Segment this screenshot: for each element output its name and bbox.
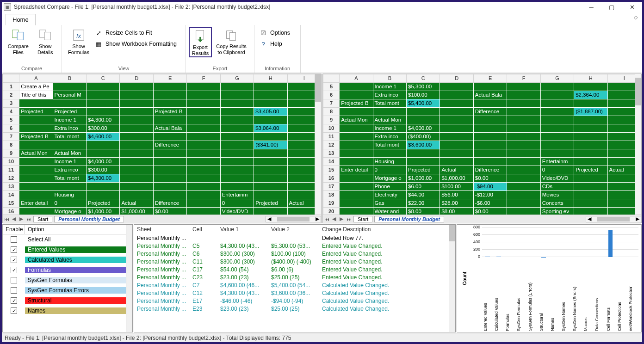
results-vscroll[interactable] [449,225,455,332]
cell[interactable]: $300.00 [87,124,120,132]
cell[interactable]: -$12.00 [473,190,507,199]
cell[interactable] [340,91,373,99]
sheet-nav-last[interactable]: ⏭ [25,216,32,222]
cell[interactable] [153,91,186,99]
cell[interactable]: $5,400.00 [407,99,440,107]
cell[interactable]: $0.00 [153,207,186,215]
cell[interactable] [120,132,153,141]
cell[interactable] [87,91,120,99]
cell[interactable]: $2,364.00 [574,91,607,99]
cell[interactable] [87,82,120,91]
cell[interactable] [187,199,220,207]
cell[interactable] [19,174,53,182]
cell[interactable] [254,149,287,157]
cell[interactable]: $1,000.00 [440,174,473,182]
option-row[interactable]: SysGen Formulas Errors [3,285,132,295]
cell[interactable] [540,99,574,107]
cell[interactable] [340,141,373,149]
cell[interactable] [187,107,220,116]
cell[interactable] [19,99,53,107]
cell[interactable] [19,190,53,199]
cell[interactable]: 0 [540,166,574,174]
show-details-button[interactable]: Show Details [32,27,59,55]
cell[interactable]: Difference [473,107,507,116]
cell[interactable] [574,116,607,124]
cell[interactable] [540,149,574,157]
cell[interactable] [120,141,153,149]
cell[interactable]: Actual Mon [340,116,373,124]
result-row[interactable]: Personal Monthly ...Deleted Row 77. [134,234,455,242]
cell[interactable]: $8.00 [407,207,440,215]
options-vscroll[interactable] [126,225,132,332]
cell[interactable] [473,116,507,124]
cell[interactable] [440,157,473,166]
cell[interactable] [507,107,540,116]
cell[interactable] [120,107,153,116]
cell[interactable]: Electricity [373,190,406,199]
option-row[interactable]: ✓Formulas [3,265,132,275]
cell[interactable] [340,132,373,141]
cell[interactable] [220,124,254,132]
cell[interactable] [254,166,287,174]
cell[interactable] [220,107,254,116]
cell[interactable]: Income 1 [53,157,86,166]
cell[interactable] [507,124,540,132]
cell[interactable]: Actual Mon [53,149,86,157]
cell[interactable] [187,149,220,157]
cell[interactable]: $6.00 [407,182,440,190]
cell[interactable] [574,82,607,91]
cell[interactable]: Total mont [373,141,406,149]
cell[interactable]: Total mont [53,174,86,182]
cell[interactable] [340,174,373,182]
cell[interactable]: $28.00 [440,199,473,207]
grid1-vscroll[interactable] [315,74,321,215]
cell[interactable] [220,157,254,166]
cell[interactable] [473,132,507,141]
cell[interactable]: Projected B [19,132,53,141]
result-row[interactable]: Personal Monthly ...E17-$46.00 (-46)-$94… [134,297,455,305]
cell[interactable]: $0.00 [473,174,507,182]
cell[interactable] [120,149,153,157]
cell[interactable] [153,116,186,124]
cell[interactable]: Projected [53,107,86,116]
cell[interactable] [440,107,473,116]
cell[interactable] [153,149,186,157]
cell[interactable] [574,99,607,107]
show-formatting-button[interactable]: ▦Show Workbook Formatting [93,39,179,49]
cell[interactable] [340,182,373,190]
cell[interactable]: Difference [153,199,186,207]
cell[interactable] [19,124,53,132]
cell[interactable] [340,157,373,166]
cell[interactable] [473,157,507,166]
cell[interactable]: Create a Pe [19,82,53,91]
cell[interactable]: Actual Mon [373,116,406,124]
cell[interactable] [540,124,574,132]
cell[interactable]: Video/DVD [220,207,254,215]
minimize-button[interactable]: ─ [581,2,601,12]
cell[interactable] [507,82,540,91]
cell[interactable] [574,149,607,157]
cell[interactable] [120,124,153,132]
cell[interactable]: Sporting ev [540,207,574,215]
cell[interactable] [574,157,607,166]
cell[interactable] [507,149,540,157]
cell[interactable] [120,99,153,107]
cell[interactable]: Personal M [53,91,86,99]
cell[interactable]: $5,300.00 [407,82,440,91]
cell[interactable]: Total mont [373,99,406,107]
cell[interactable] [473,99,507,107]
cell[interactable] [254,99,287,107]
cell[interactable] [540,82,574,91]
cell[interactable]: $100.00 [440,182,473,190]
result-row[interactable]: Personal Monthly ...C11$300.00 (300)($40… [134,258,455,265]
cell[interactable] [540,132,574,141]
grid2-hscroll[interactable]: ◀▶ [586,216,641,222]
tab-home[interactable]: Home [6,14,36,25]
cell[interactable]: Projected B [153,107,186,116]
cell[interactable]: Housing [53,190,86,199]
cell[interactable] [19,141,53,149]
result-row[interactable]: Personal Monthly ...C6$300.00 (300)$100.… [134,250,455,258]
cell[interactable]: Phone [373,182,406,190]
cell[interactable]: Housing [373,157,406,166]
cell[interactable]: $4,300.00 [87,174,120,182]
